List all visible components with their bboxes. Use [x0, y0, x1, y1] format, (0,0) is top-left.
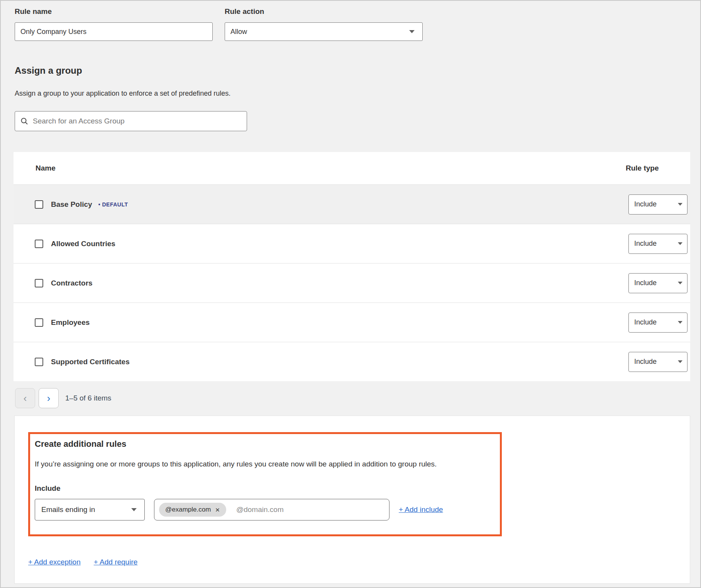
rule-name-field-group: Rule name: [15, 7, 213, 41]
rule-type-value: Include: [634, 240, 657, 248]
chevron-down-icon: [678, 282, 682, 284]
rule-type-select[interactable]: Include: [628, 313, 687, 333]
add-exception-link[interactable]: + Add exception: [28, 558, 81, 566]
group-name: Allowed Countries: [51, 240, 115, 248]
table-header: Name Rule type: [14, 152, 690, 184]
additional-rules-card: Create additional rules If you’re assign…: [14, 416, 690, 584]
default-badge: • DEFAULT: [98, 201, 128, 208]
rule-type-select[interactable]: Include: [628, 352, 687, 372]
rule-type-value: Include: [634, 358, 657, 366]
assign-group-heading: Assign a group: [15, 65, 690, 76]
group-name: Supported Certificates: [51, 358, 130, 366]
rule-type-value: Include: [634, 279, 657, 287]
rule-action-select[interactable]: Allow: [225, 22, 423, 41]
chevron-down-icon: [678, 321, 682, 324]
create-rules-heading: Create additional rules: [35, 439, 492, 449]
chip-label: @example.com: [165, 506, 211, 514]
include-section-label: Include: [35, 484, 492, 493]
remove-chip-icon[interactable]: ✕: [215, 507, 220, 513]
chevron-right-icon: ›: [47, 393, 51, 403]
chevron-down-icon: [678, 360, 682, 363]
condition-select[interactable]: Emails ending in: [35, 499, 145, 520]
condition-value: Emails ending in: [41, 505, 95, 514]
row-checkbox[interactable]: [35, 200, 43, 209]
rule-type-select[interactable]: Include: [628, 194, 687, 215]
chevron-left-icon: ‹: [24, 393, 27, 403]
create-rules-description: If you’re assigning one or more groups t…: [35, 460, 492, 469]
highlighted-create-rules-box: Create additional rules If you’re assign…: [28, 432, 502, 536]
chevron-down-icon: [409, 30, 415, 33]
chevron-down-icon: [678, 203, 682, 206]
access-group-search[interactable]: [15, 111, 247, 131]
chevron-down-icon: [131, 508, 137, 511]
row-checkbox[interactable]: [35, 240, 43, 248]
add-include-link[interactable]: + Add include: [399, 505, 443, 514]
table-row: Allowed Countries Include: [14, 224, 690, 263]
pagination-label: 1–5 of 6 items: [65, 394, 111, 402]
search-input[interactable]: [33, 117, 241, 125]
chevron-down-icon: [678, 242, 682, 245]
group-name: Employees: [51, 318, 90, 327]
table-row: Supported Certificates Include: [14, 342, 690, 381]
table-row: Contractors Include: [14, 263, 690, 302]
rule-form-section: Rule name Rule action Allow Assign a gro…: [1, 1, 700, 131]
rule-type-select[interactable]: Include: [628, 273, 687, 293]
next-page-button[interactable]: ›: [39, 388, 59, 408]
rule-action-value: Allow: [230, 28, 247, 36]
row-checkbox[interactable]: [35, 318, 43, 327]
column-header-name: Name: [14, 164, 626, 172]
add-require-link[interactable]: + Add require: [94, 558, 138, 566]
assign-group-description: Assign a group to your application to en…: [15, 89, 690, 98]
domain-input-placeholder: @domain.com: [236, 505, 284, 514]
rule-type-value: Include: [634, 200, 657, 208]
access-groups-table: Name Rule type Base Policy • DEFAULT Inc…: [14, 152, 690, 381]
search-icon: [20, 117, 28, 125]
column-header-rule-type: Rule type: [626, 164, 687, 172]
rule-name-input[interactable]: [15, 22, 213, 41]
include-rule-builder: Emails ending in @example.com ✕ @domain.…: [35, 499, 492, 520]
pagination: ‹ › 1–5 of 6 items: [15, 388, 700, 408]
table-row: Base Policy • DEFAULT Include: [14, 184, 690, 224]
rule-action-label: Rule action: [225, 7, 423, 16]
email-domains-input[interactable]: @example.com ✕ @domain.com: [154, 499, 389, 520]
rule-type-value: Include: [634, 318, 657, 326]
rule-name-label: Rule name: [15, 7, 213, 16]
rule-type-select[interactable]: Include: [628, 234, 687, 254]
rule-action-links: + Add exception + Add require: [28, 558, 690, 566]
group-name: Contractors: [51, 279, 93, 287]
row-checkbox[interactable]: [35, 358, 43, 366]
row-checkbox[interactable]: [35, 279, 43, 287]
rule-action-field-group: Rule action Allow: [225, 7, 423, 41]
email-domain-chip: @example.com ✕: [159, 503, 226, 517]
previous-page-button[interactable]: ‹: [15, 388, 35, 408]
table-row: Employees Include: [14, 302, 690, 342]
group-name: Base Policy: [51, 200, 92, 209]
